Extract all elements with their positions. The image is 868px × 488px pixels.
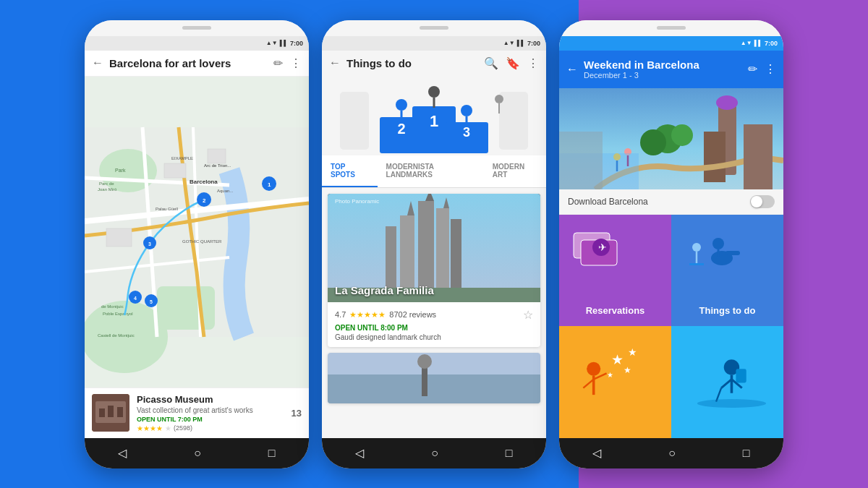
phone2-header-icons: 🔍 🔖 ⋮ [484, 56, 539, 70]
svg-point-49 [428, 86, 440, 98]
map-area[interactable]: Park Parc de Joan Miró Barcelona EIXAMPL… [85, 77, 309, 388]
phone2-back-button[interactable]: ← [329, 56, 341, 69]
things-label: Things to do [699, 305, 756, 316]
svg-text:Poble Espanyol: Poble Espanyol [103, 312, 133, 316]
illustration-area: 2 1 3 [322, 76, 546, 155]
download-label: Download Barcelona [568, 197, 648, 207]
search-icon[interactable]: 🔍 [484, 56, 498, 70]
signal-icon3: ▌▌ [754, 40, 762, 46]
spot-image-sagrada: Photo Panoramic La Sagrada Familia [328, 194, 540, 302]
nav-recent2[interactable]: □ [506, 447, 513, 460]
svg-rect-94 [689, 263, 704, 265]
phone2: ▲▼ ▌▌ 7:00 ← Things to do 🔍 🔖 ⋮ [322, 20, 546, 468]
svg-text:1: 1 [268, 181, 271, 188]
phone3-edit-icon[interactable]: ✏ [748, 62, 757, 76]
phone3-back-button[interactable]: ← [566, 63, 578, 76]
spot-card-sagrada[interactable]: Photo Panoramic La Sagrada Familia 4.7 ★… [328, 194, 540, 347]
grid-card-explore[interactable] [671, 326, 783, 438]
phone3-more-icon[interactable]: ⋮ [765, 62, 776, 76]
tab-modernista[interactable]: MODERNISTA LANDMARKS [378, 155, 484, 187]
svg-text:★: ★ [607, 371, 613, 379]
svg-rect-37 [108, 406, 114, 417]
nav-recent[interactable]: □ [268, 447, 276, 460]
svg-text:Castell de Montjuic: Castell de Montjuic [98, 333, 135, 338]
svg-rect-73 [704, 132, 726, 182]
tab-modern-art[interactable]: MODERN ART [484, 155, 546, 187]
svg-point-76 [640, 129, 666, 155]
svg-text:3: 3 [463, 125, 470, 140]
svg-text:1: 1 [430, 112, 438, 130]
reservations-label: Reservations [586, 305, 645, 316]
svg-text:★: ★ [628, 346, 637, 358]
svg-text:3: 3 [148, 241, 151, 247]
grid-cards: ✈ Reservations [559, 215, 783, 438]
spot-rating-row: 4.7 ★★★★★ 8702 reviews ☆ [335, 308, 533, 322]
download-toggle[interactable] [750, 195, 775, 208]
svg-rect-40 [499, 92, 528, 150]
review-count: (2598) [174, 424, 192, 432]
nav-back3[interactable]: ◁ [592, 446, 601, 460]
svg-text:Park: Park [115, 168, 126, 173]
grid-card-food[interactable]: ★ ★ ★ ★ [559, 326, 671, 438]
phone2-status-icons: ▲▼ ▌▌ 7:00 [503, 40, 540, 47]
phone3-status-bar: ▲▼ ▌▌ 7:00 [559, 36, 783, 51]
nav-home2[interactable]: ○ [431, 447, 438, 460]
svg-text:Palau Güell: Palau Güell [156, 207, 178, 211]
phone2-nav-bar: ◁ ○ □ [322, 438, 546, 468]
svg-point-53 [495, 95, 503, 103]
download-bar: Download Barcelona [559, 189, 783, 215]
phone3: ▲▼ ▌▌ 7:00 ← Weekend in Barcelona Decemb… [559, 20, 783, 468]
phone2-title: Things to do [346, 57, 478, 69]
svg-rect-82 [559, 132, 603, 189]
nav-recent3[interactable]: □ [743, 447, 750, 460]
nav-home3[interactable]: ○ [668, 447, 676, 460]
nav-back[interactable]: ◁ [118, 446, 127, 460]
more-icon[interactable]: ⋮ [290, 56, 302, 70]
phone2-status-bar: ▲▼ ▌▌ 7:00 [322, 36, 546, 51]
grid-card-things[interactable]: Things to do [671, 215, 783, 327]
toggle-knob [751, 196, 762, 207]
podium-illustration: 2 1 3 [340, 77, 528, 153]
nav-back2[interactable]: ◁ [355, 446, 364, 460]
edit-icon[interactable]: ✏ [273, 56, 283, 70]
phones-container: ▲▼ ▌▌ 7:00 ← Barcelona for art lovers ✏ … [0, 0, 868, 488]
svg-text:Joan Miró: Joan Miró [98, 187, 117, 192]
svg-text:Arc de Trion...: Arc de Trion... [204, 163, 231, 168]
bookmark-star[interactable]: ☆ [523, 308, 533, 322]
hero-image [559, 88, 783, 189]
tab-top-spots[interactable]: TOP SPOTS [322, 155, 378, 187]
back-button[interactable]: ← [92, 56, 103, 69]
food-illustration: ★ ★ ★ ★ [559, 326, 671, 438]
svg-text:5: 5 [150, 299, 153, 304]
spot-description: Gaudi designed landmark church [335, 333, 533, 341]
svg-text:4: 4 [134, 296, 137, 301]
star-empty: ★ [165, 424, 171, 432]
svg-text:EIXAMPLE: EIXAMPLE [171, 156, 193, 160]
phone3-title-group: Weekend in Barcelona December 1 - 3 [584, 59, 742, 80]
grid-card-reservations[interactable]: ✈ Reservations [559, 215, 671, 327]
phone2-speaker [420, 26, 448, 30]
svg-text:2: 2 [397, 121, 405, 137]
barcelona-hero [559, 88, 783, 189]
place-rating: ★★★★ ★ (2598) [137, 424, 284, 432]
place-thumbnail [92, 394, 129, 432]
spot-rating: 4.7 [335, 310, 346, 319]
phone3-subtitle: December 1 - 3 [584, 71, 742, 80]
svg-text:✈: ✈ [598, 241, 607, 253]
svg-rect-91 [726, 251, 740, 255]
map-bottom-card: Picasso Museum Vast collection of great … [85, 388, 309, 438]
background: ▲▼ ▌▌ 7:00 ← Barcelona for art lovers ✏ … [0, 0, 868, 488]
phone1-title: Barcelona for art lovers [109, 57, 268, 69]
place-info: Picasso Museum Vast collection of great … [137, 394, 284, 432]
phone2-time: 7:00 [527, 40, 540, 47]
nav-home[interactable]: ○ [194, 447, 201, 460]
phone2-more-icon[interactable]: ⋮ [527, 56, 539, 70]
place-open-status: OPEN UNTIL 7:00 PM [137, 416, 284, 423]
svg-point-75 [671, 124, 693, 146]
bookmark-icon[interactable]: 🔖 [506, 56, 520, 70]
spot-card-second[interactable] [328, 353, 540, 403]
spot-open: OPEN UNTIL 8:00 PM [335, 324, 533, 332]
place-name: Picasso Museum [137, 394, 284, 405]
svg-rect-3 [157, 286, 215, 330]
second-spot-image [328, 353, 540, 403]
